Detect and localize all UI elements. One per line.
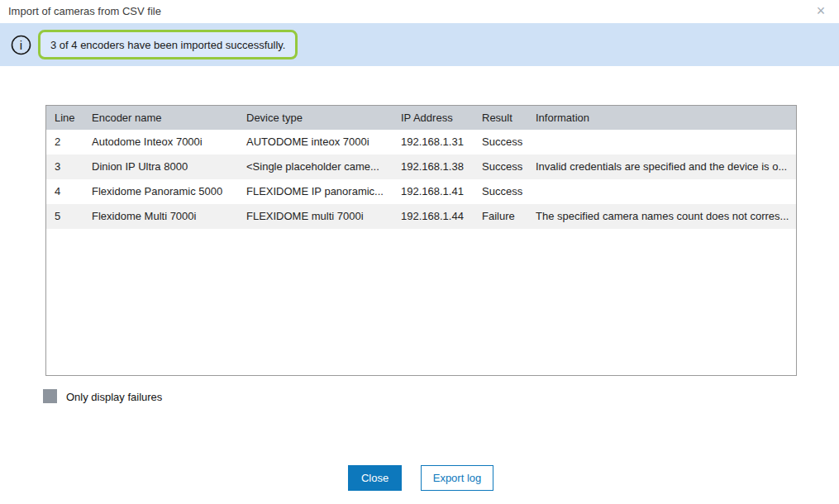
cell-ip-address: 192.168.1.41 — [393, 179, 474, 204]
close-button[interactable]: Close — [348, 465, 402, 491]
table-body: 2 Autodome Inteox 7000i AUTODOME inteox … — [46, 130, 796, 229]
title-bar: Import of cameras from CSV file × — [0, 0, 839, 23]
column-header-ip-address: IP Address — [393, 106, 474, 130]
cell-line: 4 — [46, 179, 83, 204]
table-row[interactable]: 4 Flexidome Panoramic 5000 FLEXIDOME IP … — [46, 179, 796, 204]
table-row[interactable]: 2 Autodome Inteox 7000i AUTODOME inteox … — [46, 130, 796, 155]
cell-encoder-name: Autodome Inteox 7000i — [83, 130, 238, 155]
close-icon[interactable]: × — [809, 0, 832, 23]
cell-information: The specified camera names count does no… — [527, 204, 796, 229]
cell-ip-address: 192.168.1.31 — [393, 130, 474, 155]
cell-encoder-name: Flexidome Multi 7000i — [83, 204, 238, 229]
only-display-failures-label: Only display failures — [66, 390, 162, 404]
cell-ip-address: 192.168.1.38 — [393, 155, 474, 179]
svg-text:i: i — [20, 38, 22, 52]
table-row[interactable]: 5 Flexidome Multi 7000i FLEXIDOME multi … — [46, 204, 796, 229]
cell-device-type: AUTODOME inteox 7000i — [238, 130, 393, 155]
cell-ip-address: 192.168.1.44 — [393, 204, 474, 229]
cell-result: Failure — [474, 204, 527, 229]
info-icon: i — [11, 35, 31, 55]
column-header-line: Line — [46, 106, 83, 130]
table-row[interactable]: 3 Dinion IP Ultra 8000 <Single placehold… — [46, 155, 796, 179]
cell-device-type: <Single placeholder came... — [238, 155, 393, 179]
cell-device-type: FLEXIDOME IP panoramic... — [238, 179, 393, 204]
import-results-table: Line Encoder name Device type IP Address… — [45, 105, 797, 376]
column-header-device-type: Device type — [238, 106, 393, 130]
dialog-title: Import of cameras from CSV file — [8, 0, 161, 23]
cell-result: Success — [474, 130, 527, 155]
column-header-result: Result — [474, 106, 527, 130]
column-header-information: Information — [527, 106, 796, 130]
cell-encoder-name: Flexidome Panoramic 5000 — [83, 179, 238, 204]
cell-result: Success — [474, 155, 527, 179]
status-highlight: 3 of 4 encoders have been imported succe… — [38, 30, 298, 59]
cell-encoder-name: Dinion IP Ultra 8000 — [83, 155, 238, 179]
info-banner: i 3 of 4 encoders have been imported suc… — [0, 23, 839, 66]
table-header-row: Line Encoder name Device type IP Address… — [46, 106, 796, 130]
cell-result: Success — [474, 179, 527, 204]
cell-line: 5 — [46, 204, 83, 229]
import-status-message: 3 of 4 encoders have been imported succe… — [50, 39, 285, 51]
export-log-button[interactable]: Export log — [421, 465, 493, 491]
cell-information — [527, 130, 796, 155]
cell-information — [527, 179, 796, 204]
cell-line: 2 — [46, 130, 83, 155]
column-header-encoder-name: Encoder name — [83, 106, 238, 130]
cell-line: 3 — [46, 155, 83, 179]
only-display-failures-checkbox[interactable] — [43, 389, 57, 403]
cell-information: Invalid credentials are specified and th… — [527, 155, 796, 179]
cell-device-type: FLEXIDOME multi 7000i — [238, 204, 393, 229]
